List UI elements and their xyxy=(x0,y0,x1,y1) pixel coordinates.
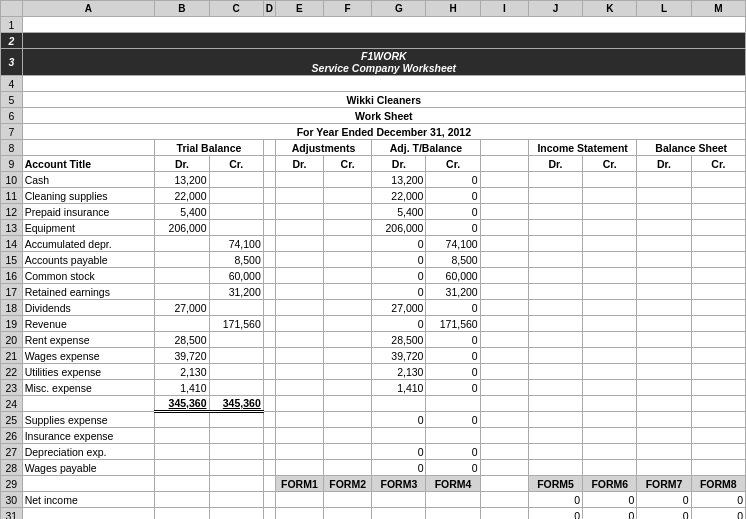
account-utilities-expense: Utilities expense xyxy=(22,364,155,380)
tb-dr-label: Dr. xyxy=(155,156,209,172)
is-dr-label: Dr. xyxy=(528,156,582,172)
cstock-tb-cr: 60,000 xyxy=(209,268,263,284)
bs-dr-label: Dr. xyxy=(637,156,691,172)
net-income-label: Net income xyxy=(22,492,155,508)
row-8: 8 Trial Balance Adjustments Adj. T/Balan… xyxy=(1,140,746,156)
cash-tb-dr: 13,200 xyxy=(155,172,209,188)
adjustments-header: Adjustments xyxy=(275,140,371,156)
account-supplies-expense: Supplies expense xyxy=(22,412,155,428)
total2-bs-dr: 0 xyxy=(637,508,691,520)
form1-label: FORM1 xyxy=(275,476,323,492)
row-26: 26 Insurance expense xyxy=(1,428,746,444)
col-b-header: B xyxy=(155,1,209,17)
wages-atb-dr: 39,720 xyxy=(372,348,426,364)
re-atb-cr: 31,200 xyxy=(426,284,480,300)
account-title-label: Account Title xyxy=(22,156,155,172)
misc-tb-dr: 1,410 xyxy=(155,380,209,396)
re-tb-cr: 31,200 xyxy=(209,284,263,300)
row-3: 3 F1WORK Service Company Worksheet xyxy=(1,49,746,76)
tb-cr-label: Cr. xyxy=(209,156,263,172)
rent-atb-cr: 0 xyxy=(426,332,480,348)
col-a-header: A xyxy=(22,1,155,17)
account-retained-earnings: Retained earnings xyxy=(22,284,155,300)
div-tb-dr: 27,000 xyxy=(155,300,209,316)
form8-label: FORM8 xyxy=(691,476,745,492)
col-d-header: D xyxy=(263,1,275,17)
account-dividends: Dividends xyxy=(22,300,155,316)
account-insurance-expense: Insurance expense xyxy=(22,428,155,444)
row-num-4: 4 xyxy=(1,76,23,92)
row-11: 11 Cleaning supplies 22,000 22,000 0 xyxy=(1,188,746,204)
ad-tb-cr: 74,100 xyxy=(209,236,263,252)
row-20: 20 Rent expense 28,500 28,500 0 xyxy=(1,332,746,348)
row-18: 18 Dividends 27,000 27,000 0 xyxy=(1,300,746,316)
form7-label: FORM7 xyxy=(637,476,691,492)
wages-tb-dr: 39,720 xyxy=(155,348,209,364)
row-num-7: 7 xyxy=(1,124,23,140)
row-22: 22 Utilities expense 2,130 2,130 0 xyxy=(1,364,746,380)
col-e-header: E xyxy=(275,1,323,17)
col-j-header: J xyxy=(528,1,582,17)
eq-atb-dr: 206,000 xyxy=(372,220,426,236)
row-1: 1 xyxy=(1,17,746,33)
row-num-1: 1 xyxy=(1,17,23,33)
row-17: 17 Retained earnings 31,200 0 31,200 xyxy=(1,284,746,300)
row-14: 14 Accumulated depr. 74,100 0 74,100 xyxy=(1,236,746,252)
account-prepaid-insurance: Prepaid insurance xyxy=(22,204,155,220)
ni-bs-cr: 0 xyxy=(691,492,745,508)
dep-atb-dr: 0 xyxy=(372,444,426,460)
col-l-header: L xyxy=(637,1,691,17)
total2-is-dr: 0 xyxy=(528,508,582,520)
cstock-atb-dr: 0 xyxy=(372,268,426,284)
col-k-header: K xyxy=(583,1,637,17)
account-wages-payable: Wages payable xyxy=(22,460,155,476)
corner-cell xyxy=(1,1,23,17)
wages-atb-cr: 0 xyxy=(426,348,480,364)
title-row: F1WORK Service Company Worksheet xyxy=(22,49,745,76)
form4-label: FORM4 xyxy=(426,476,480,492)
util-atb-dr: 2,130 xyxy=(372,364,426,380)
account-cleaning-supplies: Cleaning supplies xyxy=(22,188,155,204)
pi-atb-cr: 0 xyxy=(426,204,480,220)
util-atb-cr: 0 xyxy=(426,364,480,380)
account-depreciation-exp: Depreciation exp. xyxy=(22,444,155,460)
form5-label: FORM5 xyxy=(528,476,582,492)
row-num-6: 6 xyxy=(1,108,23,124)
wp-atb-cr: 0 xyxy=(426,460,480,476)
row-7: 7 For Year Ended December 31, 2012 xyxy=(1,124,746,140)
account-common-stock: Common stock xyxy=(22,268,155,284)
row-num-3: 3 xyxy=(1,49,23,76)
form3-label: FORM3 xyxy=(372,476,426,492)
row-28: 28 Wages payable 0 0 xyxy=(1,460,746,476)
app-title: F1WORK xyxy=(361,50,407,62)
row-25: 25 Supplies expense 0 0 xyxy=(1,412,746,428)
atb-dr-label: Dr. xyxy=(372,156,426,172)
ni-is-dr: 0 xyxy=(528,492,582,508)
div-atb-dr: 27,000 xyxy=(372,300,426,316)
col-m-header: M xyxy=(691,1,745,17)
row-num-2: 2 xyxy=(1,33,23,49)
div-atb-cr: 0 xyxy=(426,300,480,316)
row-4: 4 xyxy=(1,76,746,92)
ap-atb-cr: 8,500 xyxy=(426,252,480,268)
pi-atb-dr: 5,400 xyxy=(372,204,426,220)
supp-atb-cr: 0 xyxy=(426,412,480,428)
ap-tb-cr: 8,500 xyxy=(209,252,263,268)
util-tb-dr: 2,130 xyxy=(155,364,209,380)
form6-label: FORM6 xyxy=(583,476,637,492)
row-5: 5 Wikki Cleaners xyxy=(1,92,746,108)
adj-tbalance-header: Adj. T/Balance xyxy=(372,140,480,156)
misc-atb-dr: 1,410 xyxy=(372,380,426,396)
row-29: 29 FORM1 FORM2 FORM3 FORM4 FORM5 FORM6 F… xyxy=(1,476,746,492)
row-23: 23 Misc. expense 1,410 1,410 0 xyxy=(1,380,746,396)
total-tb-cr: 345,360 xyxy=(209,396,263,412)
col-f-header: F xyxy=(324,1,372,17)
rev-atb-dr: 0 xyxy=(372,316,426,332)
sheet-title: Work Sheet xyxy=(22,108,745,124)
account-cash: Cash xyxy=(22,172,155,188)
cs-tb-dr: 22,000 xyxy=(155,188,209,204)
rev-atb-cr: 171,560 xyxy=(426,316,480,332)
adj-dr-label: Dr. xyxy=(275,156,323,172)
ni-bs-dr: 0 xyxy=(637,492,691,508)
ad-atb-dr: 0 xyxy=(372,236,426,252)
